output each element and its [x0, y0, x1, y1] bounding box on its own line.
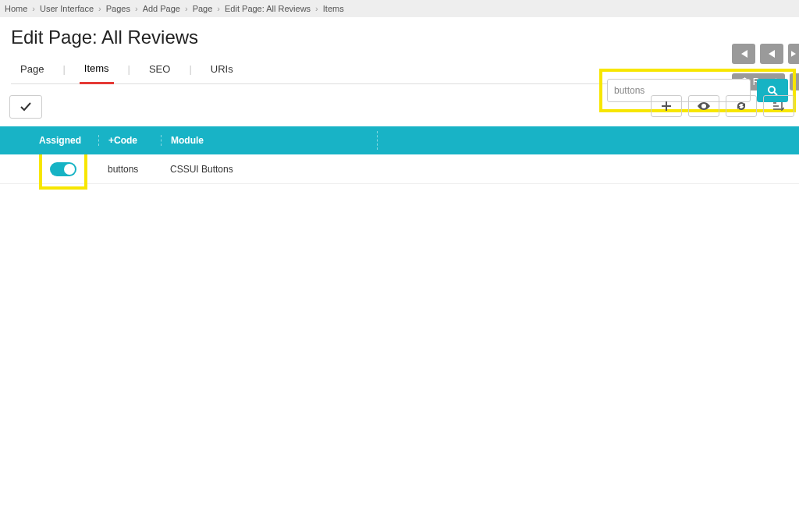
- refresh-button[interactable]: [726, 95, 757, 117]
- table-header: Assigned +Code Module: [0, 126, 799, 154]
- crumb-edit[interactable]: Edit Page: All Reviews: [225, 4, 311, 13]
- confirm-button[interactable]: [9, 95, 42, 119]
- tab-items[interactable]: Items: [80, 62, 114, 84]
- tab-separator: |: [189, 63, 191, 83]
- breadcrumb: Home› User Interface› Pages› Add Page› P…: [0, 0, 799, 17]
- sync-icon: [736, 101, 747, 112]
- tab-uris[interactable]: URIs: [206, 63, 238, 83]
- crumb-home[interactable]: Home: [5, 4, 27, 13]
- col-assigned[interactable]: Assigned: [0, 135, 98, 146]
- nav-next-button[interactable]: [788, 44, 799, 64]
- crumb-add-page[interactable]: Add Page: [143, 4, 180, 13]
- chevron-right-icon: ›: [135, 4, 138, 13]
- chevron-left-icon: [769, 50, 775, 58]
- page-title: Edit Page: All Reviews: [11, 27, 788, 48]
- tab-separator: |: [62, 63, 65, 83]
- assigned-toggle[interactable]: [50, 162, 76, 176]
- check-icon: [20, 102, 31, 112]
- toggle-knob: [64, 164, 75, 175]
- skip-back-icon: [739, 50, 748, 58]
- tab-separator: |: [128, 63, 130, 83]
- nav-prev-button[interactable]: [760, 44, 783, 64]
- crumb-items[interactable]: Items: [323, 4, 344, 13]
- chevron-right-icon: ›: [185, 4, 188, 13]
- eye-icon: [698, 102, 710, 110]
- cell-code: buttons: [98, 164, 161, 175]
- cell-module: CSSUI Buttons: [161, 164, 799, 175]
- tab-page[interactable]: Page: [16, 63, 48, 83]
- tab-seo[interactable]: SEO: [144, 63, 175, 83]
- crumb-page[interactable]: Page: [193, 4, 213, 13]
- chevron-right-icon: [791, 50, 796, 58]
- plus-icon: [662, 101, 671, 111]
- chevron-right-icon: ›: [98, 4, 101, 13]
- chevron-right-icon: ›: [32, 4, 35, 13]
- chevron-right-icon: ›: [315, 4, 318, 13]
- add-button[interactable]: [651, 95, 682, 117]
- col-code[interactable]: +Code: [98, 135, 161, 146]
- crumb-ui[interactable]: User Interface: [40, 4, 94, 13]
- chevron-right-icon: ›: [217, 4, 220, 13]
- column-divider: [377, 131, 378, 150]
- table-row[interactable]: buttons CSSUI Buttons: [0, 154, 799, 184]
- nav-first-button[interactable]: [732, 44, 755, 64]
- view-button[interactable]: [688, 95, 719, 117]
- sort-button[interactable]: [763, 95, 794, 117]
- col-module[interactable]: Module: [161, 135, 799, 146]
- toggle-highlight: [39, 149, 87, 190]
- sort-icon: [773, 101, 784, 111]
- crumb-pages[interactable]: Pages: [106, 4, 130, 13]
